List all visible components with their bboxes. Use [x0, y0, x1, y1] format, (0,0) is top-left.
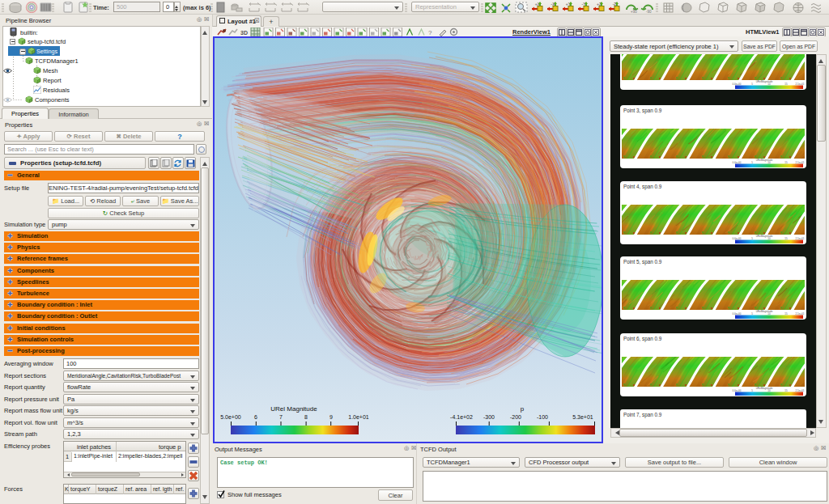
svg-text:URel Magnitude: URel Magnitude — [270, 405, 317, 413]
svg-text:2.1e+01: 2.1e+01 — [796, 237, 805, 240]
svg-text:15: 15 — [784, 237, 788, 240]
svg-text:0.0e+00: 0.0e+00 — [733, 312, 742, 316]
svg-text:5.3e+01: 5.3e+01 — [572, 414, 593, 420]
svg-text:7: 7 — [279, 414, 283, 420]
svg-text:-4.1e+02: -4.1e+02 — [450, 414, 473, 420]
svg-text:p: p — [521, 405, 525, 413]
svg-text:0.0e+00: 0.0e+00 — [733, 389, 742, 392]
svg-text:15: 15 — [784, 83, 788, 86]
svg-text:-100: -100 — [537, 414, 548, 420]
svg-text:5: 5 — [751, 237, 753, 240]
svg-text:0.0e+00: 0.0e+00 — [733, 161, 742, 164]
svg-text:5: 5 — [751, 312, 753, 316]
svg-text:10: 10 — [767, 389, 771, 392]
svg-text:?: ? — [428, 29, 432, 36]
svg-text:1.0e+01: 1.0e+01 — [348, 414, 369, 420]
svg-text:-200: -200 — [510, 414, 521, 420]
svg-text:15: 15 — [784, 312, 788, 316]
svg-text:5: 5 — [751, 161, 753, 164]
svg-text:-300: -300 — [483, 414, 495, 420]
svg-text:10: 10 — [767, 83, 771, 86]
svg-text:8: 8 — [304, 414, 308, 420]
svg-text:2.1e+01: 2.1e+01 — [796, 312, 805, 316]
svg-text:2.1e+01: 2.1e+01 — [796, 83, 805, 86]
svg-text:15: 15 — [784, 389, 788, 392]
svg-text:10: 10 — [767, 161, 771, 164]
svg-text:3D: 3D — [240, 30, 248, 36]
svg-text:0.0e+00: 0.0e+00 — [733, 237, 742, 240]
svg-text:10: 10 — [767, 237, 771, 240]
svg-text:9: 9 — [329, 414, 333, 420]
svg-text:5: 5 — [751, 83, 753, 86]
svg-text:0.0e+00: 0.0e+00 — [733, 83, 742, 86]
svg-text:2.1e+01: 2.1e+01 — [796, 161, 805, 164]
svg-text:5.0e+00: 5.0e+00 — [220, 414, 241, 420]
svg-text:5: 5 — [751, 389, 753, 392]
svg-text:+90: +90 — [631, 10, 637, 13]
svg-text:2.1e+01: 2.1e+01 — [796, 389, 805, 392]
svg-text:6: 6 — [254, 414, 257, 420]
svg-text:15: 15 — [784, 161, 788, 164]
svg-text:-90: -90 — [646, 10, 652, 13]
svg-text:10: 10 — [767, 312, 771, 316]
